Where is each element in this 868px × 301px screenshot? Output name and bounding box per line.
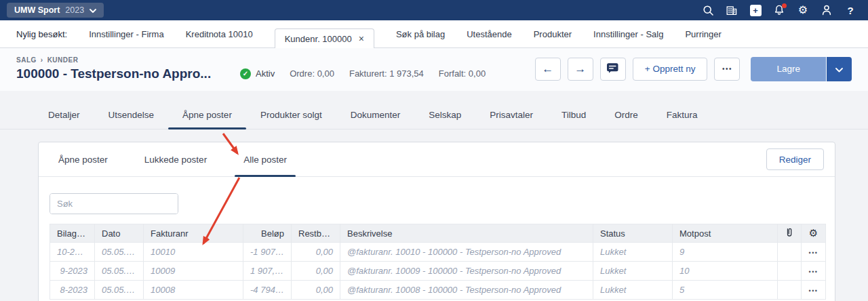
tab-utsendelse[interactable]: Utsendelse <box>94 102 169 129</box>
company-name: UMW Sport <box>14 5 60 15</box>
cell-bilagsnr: 9-2023 <box>50 262 95 281</box>
recent-item-kreditnota[interactable]: Kreditnota 10010 <box>186 29 253 39</box>
user-profile-icon[interactable] <box>820 3 833 17</box>
tab-ordre[interactable]: Ordre <box>600 102 652 129</box>
table-row[interactable]: 8-2023 05.05.2023 10008 -4 794,00 0,00 @… <box>50 281 826 300</box>
col-bilagsnr[interactable]: Bilagsnr <box>50 224 95 243</box>
status-badge: ✓ Aktiv <box>240 68 275 79</box>
create-new-button[interactable]: + Opprett ny <box>633 58 708 81</box>
posts-subtabs: Åpne poster Lukkede poster Alle poster R… <box>39 142 835 177</box>
cell-motpost: 9 <box>673 243 778 262</box>
search-combo <box>50 193 178 214</box>
col-motpost[interactable]: Motpost <box>673 224 778 243</box>
cell-restbelop: 0,00 <box>292 281 340 300</box>
metric-fakturert: Fakturert: 1 973,54 <box>349 68 424 79</box>
notification-badge <box>782 3 787 8</box>
back-button[interactable]: ← <box>535 58 561 81</box>
cell-actions: ••• <box>802 281 826 300</box>
title-block: SALG › KUNDER 100000 - Testperson-no App… <box>16 56 220 81</box>
status-label: Aktiv <box>256 68 275 79</box>
cell-beskrivelse: @fakturanr. 10009 - 100000 - Testperson-… <box>340 262 593 281</box>
cell-attachment <box>778 243 802 262</box>
company-year: 2023 <box>65 5 84 15</box>
subtab-lukkede-poster[interactable]: Lukkede poster <box>136 142 216 176</box>
col-dato[interactable]: Dato <box>95 224 144 243</box>
cell-dato: 05.05.2023 <box>95 243 144 262</box>
help-icon[interactable]: ? <box>844 3 857 17</box>
table-row[interactable]: 9-2023 05.05.2023 10009 1 907,63 0,00 @f… <box>50 262 826 281</box>
cell-bilagsnr: 8-2023 <box>50 281 95 300</box>
header-actions: ← → + Opprett ny ••• Lagre <box>535 57 852 81</box>
subtab-alle-poster[interactable]: Alle poster <box>235 142 296 176</box>
comments-button[interactable] <box>600 58 626 81</box>
col-beskrivelse[interactable]: Beskrivelse <box>340 224 593 243</box>
row-actions-button[interactable]: ••• <box>809 249 818 256</box>
tab-selskap[interactable]: Selskap <box>414 102 475 129</box>
metric-forfalt: Forfalt: 0,00 <box>439 68 486 79</box>
search-icon[interactable] <box>701 3 715 17</box>
page-title: 100000 - Testperson-no Appro... <box>16 66 220 81</box>
breadcrumb-page[interactable]: KUNDER <box>47 56 79 64</box>
row-actions-button[interactable]: ••• <box>809 287 818 294</box>
cell-status: Lukket <box>593 262 673 281</box>
cell-status: Lukket <box>593 243 673 262</box>
topbar: UMW Sport 2023 + <box>0 0 868 20</box>
notifications-bell-icon[interactable] <box>772 3 786 17</box>
recent-item-sok-pa-bilag[interactable]: Søk på bilag <box>396 29 445 39</box>
tab-apne-poster[interactable]: Åpne poster <box>168 102 246 129</box>
table-row[interactable]: 10-2023 05.05.2023 10010 -1 907,63 0,00 … <box>50 243 826 262</box>
cell-restbelop: 0,00 <box>292 243 340 262</box>
tab-tilbud[interactable]: Tilbud <box>547 102 600 129</box>
recent-item-utestaende[interactable]: Utestående <box>467 29 512 39</box>
breadcrumb: SALG › KUNDER <box>16 56 220 64</box>
customer-tabs: Detaljer Utsendelse Åpne poster Produkte… <box>0 102 868 129</box>
tab-produkter-solgt[interactable]: Produkter solgt <box>246 102 336 129</box>
forward-arrow-icon: → <box>574 63 586 75</box>
chevron-down-icon <box>90 5 96 15</box>
save-button[interactable]: Lagre <box>751 57 826 81</box>
recent-item-innstillinger-salg[interactable]: Innstillinger - Salg <box>593 29 663 39</box>
metric-ordre: Ordre: 0,00 <box>290 68 334 79</box>
subtab-apne-poster[interactable]: Åpne poster <box>50 142 117 176</box>
table-header-row: Bilagsnr Dato Fakturanr Beløp Restbeløp … <box>50 224 826 243</box>
save-dropdown-button[interactable] <box>827 57 852 81</box>
open-items-card: Åpne poster Lukkede poster Alle poster R… <box>38 142 835 301</box>
settings-gear-icon[interactable]: ⚙ <box>796 3 810 17</box>
breadcrumb-separator: › <box>41 56 43 64</box>
more-actions-button[interactable]: ••• <box>714 58 740 81</box>
cell-fakturanr: 10009 <box>144 262 243 281</box>
search-input[interactable] <box>50 194 178 214</box>
table-settings-gear-icon[interactable]: ⚙ <box>809 227 818 239</box>
cell-beskrivelse: @fakturanr. 10010 - 100000 - Testperson-… <box>340 243 593 262</box>
col-attachment <box>778 224 802 243</box>
recent-item-produkter[interactable]: Produkter <box>534 29 572 39</box>
company-register-icon[interactable] <box>725 3 738 17</box>
cell-status: Lukket <box>593 281 673 300</box>
cell-attachment <box>778 281 802 300</box>
open-items-table: Bilagsnr Dato Fakturanr Beløp Restbeløp … <box>50 224 826 300</box>
tab-faktura[interactable]: Faktura <box>652 102 712 129</box>
col-fakturanr[interactable]: Fakturanr <box>144 224 243 243</box>
tab-prisavtaler[interactable]: Prisavtaler <box>475 102 547 129</box>
tab-dokumenter[interactable]: Dokumenter <box>336 102 415 129</box>
add-new-icon[interactable]: + <box>749 3 762 17</box>
close-icon[interactable]: × <box>359 34 364 43</box>
recent-item-kundenr-active[interactable]: Kundenr. 100000 × <box>275 28 374 48</box>
edit-button[interactable]: Rediger <box>766 148 824 170</box>
cell-fakturanr: 10008 <box>144 281 243 300</box>
breadcrumb-section[interactable]: SALG <box>16 56 37 64</box>
company-selector[interactable]: UMW Sport 2023 <box>7 3 104 18</box>
comment-icon <box>606 62 619 76</box>
col-restbelop[interactable]: Restbeløp <box>292 224 340 243</box>
cell-attachment <box>778 262 802 281</box>
forward-button[interactable]: → <box>568 58 593 81</box>
recent-item-innstillinger-firma[interactable]: Innstillinger - Firma <box>89 29 164 39</box>
save-split-button: Lagre <box>751 57 852 81</box>
col-belop[interactable]: Beløp <box>243 224 292 243</box>
tab-detaljer[interactable]: Detaljer <box>34 102 94 129</box>
row-actions-button[interactable]: ••• <box>809 268 818 275</box>
cell-bilagsnr: 10-2023 <box>50 243 95 262</box>
col-settings[interactable]: ⚙ <box>802 224 826 243</box>
col-status[interactable]: Status <box>593 224 673 243</box>
recent-item-purringer[interactable]: Purringer <box>685 29 721 39</box>
